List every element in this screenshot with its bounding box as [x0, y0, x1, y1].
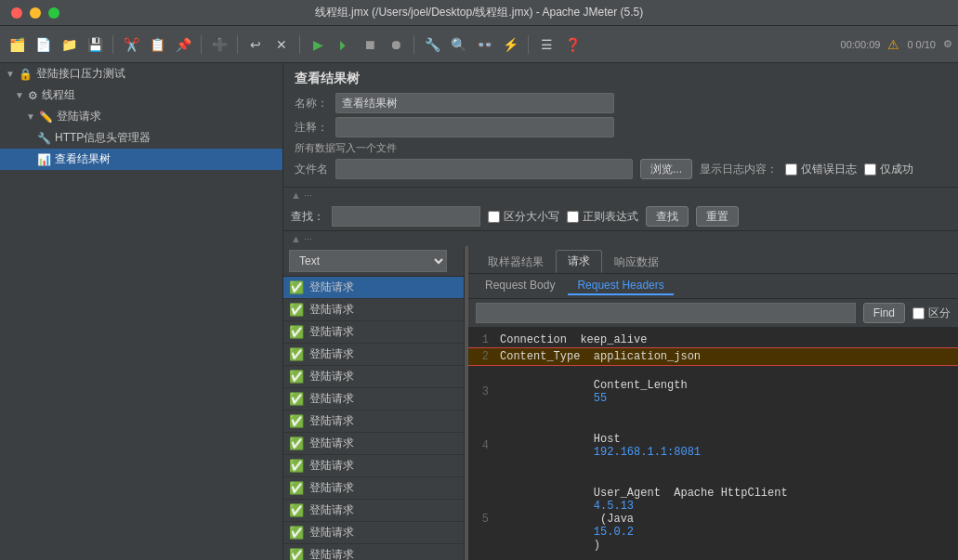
tree-item-result-tree[interactable]: 📊 查看结果树 — [0, 149, 282, 170]
result-item-7[interactable]: ✅ 登陆请求 — [283, 410, 464, 433]
tab-response-data[interactable]: 响应数据 — [602, 251, 671, 273]
toolbar-icon-stop2[interactable]: ⏺ — [385, 33, 407, 56]
toolbar-icon-undo[interactable]: ↩ — [244, 33, 267, 56]
toolbar-icon-help[interactable]: ❓ — [561, 33, 584, 56]
collapse-row-1[interactable]: ▲ ··· — [283, 188, 958, 202]
toolbar-icon-list[interactable]: ☰ — [535, 33, 558, 56]
code-line-2: 2 Content_Type application_json — [468, 348, 958, 365]
titlebar: 线程组.jmx (/Users/joel/Desktop/线程组.jmx) - … — [0, 0, 958, 26]
comment-input[interactable] — [335, 117, 614, 137]
line-content-3: Content_Length 55 — [496, 366, 958, 418]
sub-tab-request-body[interactable]: Request Body — [476, 277, 564, 295]
timer-display: 00:00:09 — [841, 39, 881, 50]
tree-arrow-login: ▼ — [26, 111, 35, 122]
tree-item-root[interactable]: ▼ 🔒 登陆接口压力测试 — [0, 63, 282, 85]
window-controls — [11, 7, 59, 19]
tree-label-result: 查看结果树 — [55, 151, 111, 167]
toolbar-icon-shuriken[interactable]: 🔧 — [421, 33, 443, 56]
detail-find-button[interactable]: Find — [863, 303, 905, 323]
result-icon-12: ✅ — [289, 526, 304, 540]
tree-item-http-header[interactable]: 🔧 HTTP信息头管理器 — [0, 127, 282, 149]
tree-item-thread-group[interactable]: ▼ ⚙ 线程组 — [0, 85, 282, 106]
success-log-checkbox[interactable] — [864, 163, 876, 176]
toolbar-icon-wand[interactable]: ⚡ — [499, 33, 521, 56]
result-item-4[interactable]: ✅ 登陆请求 — [283, 344, 464, 366]
case-checkbox-label: 区分大小写 — [488, 209, 559, 225]
case-checkbox[interactable] — [488, 211, 500, 223]
error-log-label: 仅错误日志 — [801, 162, 857, 177]
toolbar-icon-clear[interactable]: ✕ — [270, 33, 293, 56]
format-dropdown[interactable]: Text HTML JSON XML — [289, 250, 447, 272]
toolbar: 🗂️ 📄 📁 💾 ✂️ 📋 📌 ➕ ↩ ✕ ▶ ⏵ ⏹ ⏺ 🔧 🔍 👓 ⚡ ☰ … — [0, 26, 958, 63]
result-label-3: 登陆请求 — [309, 324, 354, 340]
result-label-11: 登陆请求 — [309, 502, 354, 518]
comment-label: 注释： — [295, 120, 328, 136]
settings-icon[interactable]: ⚙ — [943, 38, 952, 50]
tab-request[interactable]: 请求 — [556, 250, 602, 273]
line-num-1: 1 — [468, 333, 496, 346]
tree-icon-thread: ⚙ — [28, 89, 38, 102]
result-item-13[interactable]: ✅ 登陆请求 — [283, 544, 464, 560]
result-item-12[interactable]: ✅ 登陆请求 — [283, 522, 464, 544]
result-item-6[interactable]: ✅ 登陆请求 — [283, 388, 464, 410]
tree-item-login-req[interactable]: ▼ ✏️ 登陆请求 — [0, 106, 282, 127]
collapse-row-2[interactable]: ▲ ··· — [283, 231, 958, 246]
toolbar-sep-1 — [112, 35, 113, 54]
regex-checkbox[interactable] — [567, 211, 579, 223]
code-area: 1 Connection keep_alive 2 Content_Type a… — [468, 328, 958, 560]
toolbar-icon-glasses[interactable]: 👓 — [473, 33, 495, 56]
toolbar-sep-4 — [299, 35, 300, 54]
file-section-label: 所有数据写入一个文件 — [295, 141, 947, 155]
file-input[interactable] — [335, 159, 633, 179]
case-label: 区分大小写 — [504, 209, 559, 225]
toolbar-icon-stop[interactable]: ⏹ — [359, 33, 381, 56]
result-label-13: 登陆请求 — [309, 547, 354, 560]
toolbar-icon-broom[interactable]: 🔍 — [447, 33, 469, 56]
toolbar-icon-cut[interactable]: ✂️ — [120, 33, 142, 56]
reset-button[interactable]: 重置 — [696, 206, 739, 227]
toolbar-sep-2 — [201, 35, 202, 54]
tab-sampler-result[interactable]: 取样器结果 — [476, 251, 556, 273]
toolbar-icon-1[interactable]: 🗂️ — [6, 33, 28, 56]
browse-button[interactable]: 浏览... — [640, 159, 692, 179]
line-content-2: Content_Type application_json — [496, 350, 958, 363]
detail-case-checkbox[interactable] — [912, 307, 925, 319]
close-button[interactable] — [11, 7, 22, 19]
toolbar-icon-play[interactable]: ▶ — [307, 33, 329, 56]
code-line-1: 1 Connection keep_alive — [468, 332, 958, 348]
detail-search-row: Find 区分 — [468, 299, 958, 328]
name-input[interactable] — [335, 93, 614, 113]
result-item-2[interactable]: ✅ 登陆请求 — [283, 299, 464, 321]
toolbar-icon-3[interactable]: 📁 — [58, 33, 80, 56]
result-icon-11: ✅ — [289, 503, 304, 517]
regex-label: 正则表达式 — [583, 209, 638, 225]
detail-search-input[interactable] — [476, 303, 856, 323]
result-item-5[interactable]: ✅ 登陆请求 — [283, 366, 464, 388]
error-log-checkbox[interactable] — [785, 163, 797, 176]
maximize-button[interactable] — [48, 7, 59, 19]
tree-icon-root: 🔒 — [19, 68, 33, 81]
detail-panel: 取样器结果 请求 响应数据 Request Body Request Heade… — [468, 246, 958, 560]
collapse-icon-1: ▲ ··· — [291, 189, 312, 201]
minimize-button[interactable] — [30, 7, 41, 19]
search-input[interactable] — [332, 206, 480, 227]
result-item-1[interactable]: ✅ 登陆请求 — [283, 277, 464, 299]
toolbar-icon-4[interactable]: 💾 — [84, 33, 106, 56]
toolbar-icon-add[interactable]: ➕ — [208, 33, 230, 56]
toolbar-icon-copy[interactable]: 📋 — [146, 33, 168, 56]
find-button[interactable]: 查找 — [646, 206, 689, 227]
result-item-11[interactable]: ✅ 登陆请求 — [283, 500, 464, 522]
toolbar-icon-play2[interactable]: ⏵ — [333, 33, 355, 56]
result-item-3[interactable]: ✅ 登陆请求 — [283, 321, 464, 344]
toolbar-icon-2[interactable]: 📄 — [32, 33, 54, 56]
result-item-10[interactable]: ✅ 登陆请求 — [283, 477, 464, 500]
detail-case-label: 区分 — [912, 306, 951, 321]
sub-tab-request-headers[interactable]: Request Headers — [568, 277, 673, 295]
result-item-9[interactable]: ✅ 登陆请求 — [283, 455, 464, 477]
result-label-5: 登陆请求 — [309, 369, 354, 384]
result-item-8[interactable]: ✅ 登陆请求 — [283, 433, 464, 455]
main-layout: ▼ 🔒 登陆接口压力测试 ▼ ⚙ 线程组 ▼ ✏️ 登陆请求 🔧 HTTP信息头… — [0, 63, 958, 560]
line-content-5: User_Agent Apache HttpClient 4.5.13 (Jav… — [496, 474, 958, 560]
warning-icon: ⚠ — [887, 37, 899, 52]
toolbar-icon-paste[interactable]: 📌 — [172, 33, 194, 56]
